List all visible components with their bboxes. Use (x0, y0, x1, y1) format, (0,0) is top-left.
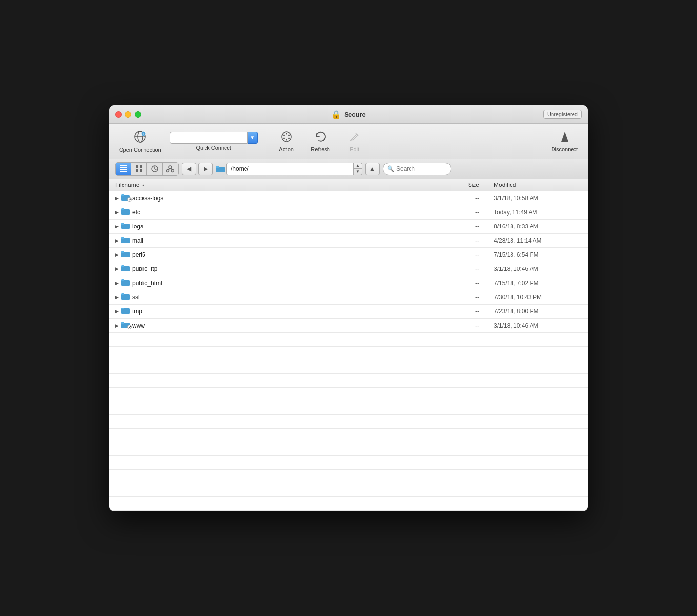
folder-icon (121, 264, 130, 274)
app-window: 🔒 Secure Unregistered + Open Connection … (109, 105, 588, 511)
folder-icon (121, 236, 130, 246)
expand-arrow-icon[interactable]: ▶ (115, 323, 121, 328)
quick-connect-dropdown-button[interactable]: ▼ (248, 132, 258, 144)
nav-forward-button[interactable]: ▶ (198, 163, 213, 175)
file-size: -- (445, 223, 494, 230)
view-history-button[interactable] (147, 163, 163, 175)
file-size: -- (445, 280, 494, 287)
titlebar: 🔒 Secure Unregistered (109, 105, 588, 124)
open-connection-label: Open Connection (119, 147, 161, 153)
search-icon: 🔍 (387, 165, 394, 172)
col-modified-header: Modified (494, 182, 582, 188)
empty-row (109, 456, 588, 470)
view-bookmarks-button[interactable] (163, 163, 178, 175)
parent-folder-button[interactable]: ▲ (365, 163, 380, 175)
file-name: perl5 (132, 251, 445, 258)
svg-point-23 (169, 166, 172, 169)
minimize-button[interactable] (125, 111, 131, 118)
refresh-button[interactable]: Refresh (306, 128, 335, 154)
svg-text:+: + (143, 132, 144, 136)
svg-point-24 (167, 169, 169, 172)
col-filename-header: Filename ▲ (115, 182, 445, 188)
expand-arrow-icon[interactable]: ▶ (115, 267, 121, 271)
file-row[interactable]: ▶ perl5--7/15/18, 6:54 PM (109, 248, 588, 262)
main-content: Filename ▲ Size Modified ▶ ↗ access-logs… (109, 179, 588, 511)
lock-icon: 🔒 (331, 110, 341, 119)
file-row[interactable]: ▶ logs--8/16/18, 8:33 AM (109, 220, 588, 234)
folder-icon: ↗ (121, 321, 130, 330)
expand-arrow-icon[interactable]: ▶ (115, 210, 121, 215)
svg-rect-14 (120, 165, 127, 166)
svg-point-6 (286, 133, 287, 134)
expand-arrow-icon[interactable]: ▶ (115, 309, 121, 314)
close-button[interactable] (115, 111, 122, 118)
path-input[interactable] (226, 163, 354, 175)
refresh-icon (314, 130, 327, 145)
file-name: public_ftp (132, 266, 445, 272)
quick-connect-input[interactable] (170, 132, 248, 144)
action-button[interactable]: ▼ Action (272, 128, 301, 154)
file-name: logs (132, 223, 445, 230)
expand-arrow-icon[interactable]: ▶ (115, 224, 121, 229)
expand-arrow-icon[interactable]: ▶ (115, 252, 121, 257)
file-size: -- (445, 322, 494, 329)
expand-arrow-icon[interactable]: ▶ (115, 238, 121, 243)
path-down-stepper[interactable]: ▼ (354, 169, 362, 175)
file-modified: 3/1/18, 10:58 AM (494, 195, 582, 202)
file-row[interactable]: ▶ public_html--7/15/18, 7:02 PM (109, 276, 588, 290)
svg-marker-13 (561, 132, 568, 142)
empty-row (109, 415, 588, 429)
svg-line-27 (170, 169, 173, 170)
svg-point-7 (288, 134, 290, 136)
file-list-header: Filename ▲ Size Modified (109, 179, 588, 191)
file-size: -- (445, 308, 494, 315)
disconnect-button[interactable]: Disconnect (548, 128, 582, 154)
nav-back-button[interactable]: ◀ (182, 163, 196, 175)
empty-row (109, 333, 588, 347)
file-size: -- (445, 195, 494, 202)
svg-rect-18 (136, 165, 138, 168)
refresh-label: Refresh (311, 146, 330, 152)
nav-arrows: ◀ ▶ (182, 163, 213, 175)
file-row[interactable]: ▶ ssl--7/30/18, 10:43 PM (109, 290, 588, 305)
view-icon-button[interactable] (131, 163, 147, 175)
folder-icon (121, 250, 130, 260)
expand-arrow-icon[interactable]: ▶ (115, 295, 121, 300)
disconnect-label: Disconnect (552, 146, 578, 152)
view-list-button[interactable] (116, 163, 131, 175)
file-list: ▶ ↗ access-logs--3/1/18, 10:58 AM▶ etc--… (109, 191, 588, 511)
expand-arrow-icon[interactable]: ▶ (115, 281, 121, 286)
search-input[interactable] (396, 165, 445, 172)
unregistered-badge: Unregistered (543, 110, 582, 119)
empty-row (109, 360, 588, 374)
svg-rect-15 (120, 167, 127, 168)
path-bar: ▲ ▼ (216, 163, 362, 175)
path-up-stepper[interactable]: ▲ (354, 163, 362, 169)
svg-rect-41 (121, 265, 124, 267)
open-connection-icon: + (133, 130, 147, 145)
svg-rect-17 (120, 171, 127, 172)
navbar: ◀ ▶ ▲ ▼ ▲ 🔍 (109, 159, 588, 179)
svg-point-10 (283, 137, 285, 139)
edit-button[interactable]: Edit (340, 128, 369, 154)
expand-arrow-icon[interactable]: ▶ (115, 196, 121, 201)
file-name: www (132, 322, 445, 329)
file-modified: 7/23/18, 8:00 PM (494, 308, 582, 315)
file-row[interactable]: ▶ mail--4/28/18, 11:14 AM (109, 234, 588, 248)
empty-row (109, 401, 588, 415)
file-row[interactable]: ▶ public_ftp--3/1/18, 10:46 AM (109, 262, 588, 276)
file-modified: 3/1/18, 10:46 AM (494, 266, 582, 272)
svg-point-11 (283, 134, 285, 136)
file-row[interactable]: ▶ ↗ access-logs--3/1/18, 10:58 AM (109, 191, 588, 205)
svg-rect-37 (121, 237, 124, 239)
quick-connect-area: ▼ Quick Connect (170, 132, 258, 151)
file-row[interactable]: ▶ etc--Today, 11:49 AM (109, 205, 588, 220)
file-row[interactable]: ▶ ↗ www--3/1/18, 10:46 AM (109, 319, 588, 333)
maximize-button[interactable] (135, 111, 141, 118)
open-connection-button[interactable]: + Open Connection (115, 128, 165, 155)
svg-line-26 (168, 169, 170, 170)
folder-icon (121, 222, 130, 231)
file-name: access-logs (132, 195, 445, 202)
folder-icon: ↗ (121, 193, 130, 203)
file-row[interactable]: ▶ tmp--7/23/18, 8:00 PM (109, 305, 588, 319)
